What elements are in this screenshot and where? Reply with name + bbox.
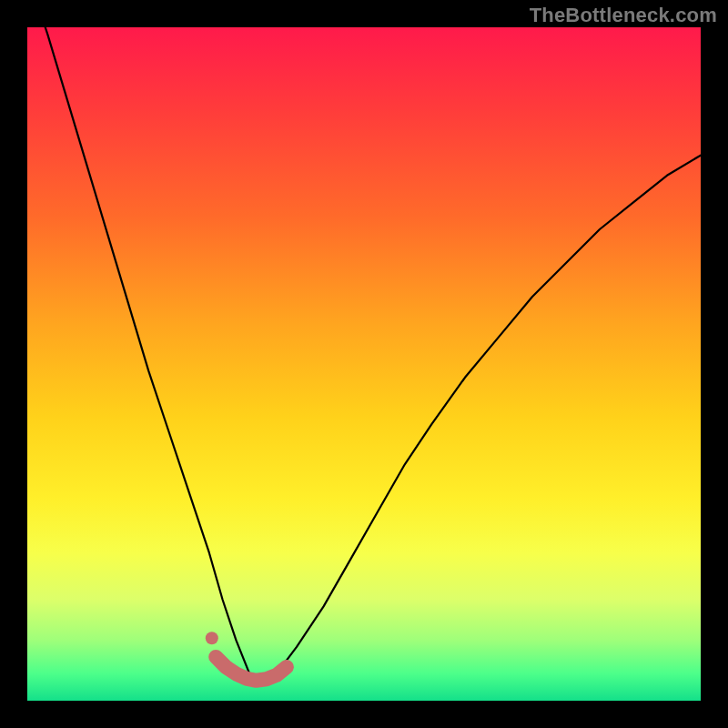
highlight-stroke <box>216 657 287 681</box>
highlight-markers <box>206 632 287 681</box>
highlight-dot <box>206 632 218 644</box>
bottleneck-curve <box>27 27 701 681</box>
plot-area <box>27 27 701 701</box>
curve-layer <box>27 27 701 701</box>
chart-frame: TheBottleneck.com <box>0 0 728 728</box>
watermark-text: TheBottleneck.com <box>530 4 717 27</box>
